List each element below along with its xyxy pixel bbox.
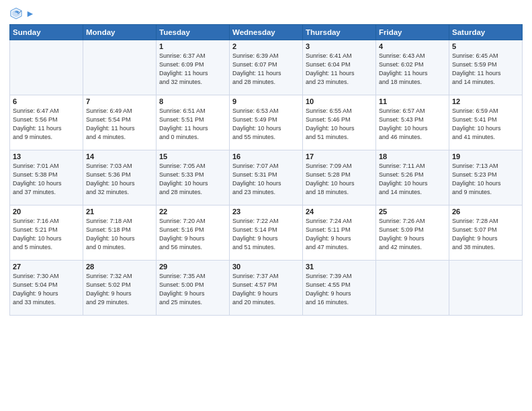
header-day-saturday: Saturday bbox=[449, 25, 523, 40]
day-info: Sunrise: 6:49 AM Sunset: 5:54 PM Dayligh… bbox=[86, 107, 153, 142]
calendar-cell: 25Sunrise: 7:26 AM Sunset: 5:09 PM Dayli… bbox=[376, 205, 449, 261]
calendar-cell: 4Sunrise: 6:43 AM Sunset: 6:02 PM Daylig… bbox=[376, 40, 449, 95]
day-number: 5 bbox=[452, 42, 519, 50]
day-info: Sunrise: 7:28 AM Sunset: 5:07 PM Dayligh… bbox=[452, 217, 519, 252]
day-number: 22 bbox=[159, 208, 226, 216]
day-info: Sunrise: 6:41 AM Sunset: 6:04 PM Dayligh… bbox=[306, 52, 373, 87]
day-info: Sunrise: 6:57 AM Sunset: 5:43 PM Dayligh… bbox=[379, 107, 446, 142]
day-info: Sunrise: 7:09 AM Sunset: 5:28 PM Dayligh… bbox=[306, 162, 373, 197]
day-number: 7 bbox=[86, 97, 153, 105]
calendar-cell: 16Sunrise: 7:07 AM Sunset: 5:31 PM Dayli… bbox=[230, 150, 303, 205]
day-info: Sunrise: 7:20 AM Sunset: 5:16 PM Dayligh… bbox=[159, 217, 226, 252]
day-number: 2 bbox=[232, 42, 300, 50]
calendar-cell: 7Sunrise: 6:49 AM Sunset: 5:54 PM Daylig… bbox=[83, 95, 157, 150]
day-info: Sunrise: 7:32 AM Sunset: 5:02 PM Dayligh… bbox=[86, 272, 153, 307]
calendar-body: 1Sunrise: 6:37 AM Sunset: 6:09 PM Daylig… bbox=[10, 40, 523, 316]
header-day-wednesday: Wednesday bbox=[230, 25, 303, 40]
logo-text-block: ► bbox=[26, 7, 35, 19]
calendar-cell: 5Sunrise: 6:45 AM Sunset: 5:59 PM Daylig… bbox=[449, 40, 523, 95]
day-info: Sunrise: 7:22 AM Sunset: 5:14 PM Dayligh… bbox=[232, 217, 300, 252]
calendar-cell: 20Sunrise: 7:16 AM Sunset: 5:21 PM Dayli… bbox=[10, 205, 83, 261]
calendar-cell: 17Sunrise: 7:09 AM Sunset: 5:28 PM Dayli… bbox=[303, 150, 376, 205]
day-number: 14 bbox=[86, 152, 153, 161]
calendar-cell: 8Sunrise: 6:51 AM Sunset: 5:51 PM Daylig… bbox=[157, 95, 230, 150]
header-day-thursday: Thursday bbox=[303, 25, 376, 40]
logo: ► bbox=[9, 7, 35, 20]
day-info: Sunrise: 7:35 AM Sunset: 5:00 PM Dayligh… bbox=[159, 272, 226, 307]
week-row-4: 20Sunrise: 7:16 AM Sunset: 5:21 PM Dayli… bbox=[10, 205, 523, 261]
day-info: Sunrise: 7:13 AM Sunset: 5:23 PM Dayligh… bbox=[452, 162, 519, 197]
calendar-cell: 26Sunrise: 7:28 AM Sunset: 5:07 PM Dayli… bbox=[449, 205, 523, 261]
day-number: 3 bbox=[306, 42, 373, 50]
calendar-cell bbox=[376, 261, 449, 316]
calendar-cell: 29Sunrise: 7:35 AM Sunset: 5:00 PM Dayli… bbox=[157, 261, 230, 316]
day-info: Sunrise: 7:16 AM Sunset: 5:21 PM Dayligh… bbox=[13, 217, 80, 252]
day-info: Sunrise: 7:39 AM Sunset: 4:55 PM Dayligh… bbox=[306, 272, 373, 307]
calendar-cell: 31Sunrise: 7:39 AM Sunset: 4:55 PM Dayli… bbox=[303, 261, 376, 316]
day-number: 10 bbox=[306, 97, 373, 105]
day-number: 24 bbox=[306, 208, 373, 216]
day-info: Sunrise: 6:59 AM Sunset: 5:41 PM Dayligh… bbox=[452, 107, 519, 142]
day-number: 27 bbox=[13, 263, 80, 271]
day-number: 17 bbox=[306, 152, 373, 161]
day-info: Sunrise: 7:26 AM Sunset: 5:09 PM Dayligh… bbox=[379, 217, 446, 252]
day-number: 18 bbox=[379, 152, 446, 161]
calendar-cell: 27Sunrise: 7:30 AM Sunset: 5:04 PM Dayli… bbox=[10, 261, 83, 316]
calendar-table: SundayMondayTuesdayWednesdayThursdayFrid… bbox=[9, 24, 523, 316]
day-info: Sunrise: 6:51 AM Sunset: 5:51 PM Dayligh… bbox=[159, 107, 226, 142]
day-info: Sunrise: 6:45 AM Sunset: 5:59 PM Dayligh… bbox=[452, 52, 519, 87]
day-number: 16 bbox=[232, 152, 300, 161]
calendar-cell: 1Sunrise: 6:37 AM Sunset: 6:09 PM Daylig… bbox=[157, 40, 230, 95]
day-number: 23 bbox=[232, 208, 300, 216]
day-number: 20 bbox=[13, 208, 80, 216]
day-number: 26 bbox=[452, 208, 519, 216]
main-container: ► SundayMondayTuesdayWednesdayThursdayFr… bbox=[0, 0, 532, 321]
day-number: 21 bbox=[86, 208, 153, 216]
calendar-cell: 21Sunrise: 7:18 AM Sunset: 5:18 PM Dayli… bbox=[83, 205, 157, 261]
header-row: ► bbox=[9, 7, 523, 20]
day-number: 29 bbox=[159, 263, 226, 271]
calendar-cell: 28Sunrise: 7:32 AM Sunset: 5:02 PM Dayli… bbox=[83, 261, 157, 316]
day-info: Sunrise: 6:55 AM Sunset: 5:46 PM Dayligh… bbox=[306, 107, 373, 142]
calendar-cell: 12Sunrise: 6:59 AM Sunset: 5:41 PM Dayli… bbox=[449, 95, 523, 150]
week-row-5: 27Sunrise: 7:30 AM Sunset: 5:04 PM Dayli… bbox=[10, 261, 523, 316]
header-day-sunday: Sunday bbox=[10, 25, 83, 40]
day-info: Sunrise: 7:18 AM Sunset: 5:18 PM Dayligh… bbox=[86, 217, 153, 252]
calendar-header: SundayMondayTuesdayWednesdayThursdayFrid… bbox=[10, 25, 523, 40]
day-info: Sunrise: 7:05 AM Sunset: 5:33 PM Dayligh… bbox=[159, 162, 226, 197]
day-info: Sunrise: 7:30 AM Sunset: 5:04 PM Dayligh… bbox=[13, 272, 80, 307]
day-number: 30 bbox=[232, 263, 300, 271]
calendar-cell: 30Sunrise: 7:37 AM Sunset: 4:57 PM Dayli… bbox=[230, 261, 303, 316]
calendar-cell: 23Sunrise: 7:22 AM Sunset: 5:14 PM Dayli… bbox=[230, 205, 303, 261]
calendar-cell: 2Sunrise: 6:39 AM Sunset: 6:07 PM Daylig… bbox=[230, 40, 303, 95]
day-number: 28 bbox=[86, 263, 153, 271]
header-day-tuesday: Tuesday bbox=[157, 25, 230, 40]
day-info: Sunrise: 6:53 AM Sunset: 5:49 PM Dayligh… bbox=[232, 107, 300, 142]
calendar-cell bbox=[83, 40, 157, 95]
calendar-cell bbox=[10, 40, 83, 95]
day-info: Sunrise: 6:39 AM Sunset: 6:07 PM Dayligh… bbox=[232, 52, 300, 87]
calendar-cell: 13Sunrise: 7:01 AM Sunset: 5:38 PM Dayli… bbox=[10, 150, 83, 205]
day-number: 4 bbox=[379, 42, 446, 50]
calendar-cell: 10Sunrise: 6:55 AM Sunset: 5:46 PM Dayli… bbox=[303, 95, 376, 150]
day-info: Sunrise: 7:11 AM Sunset: 5:26 PM Dayligh… bbox=[379, 162, 446, 197]
logo-arrow-icon: ► bbox=[26, 8, 35, 19]
day-number: 12 bbox=[452, 97, 519, 105]
logo-general: ► bbox=[26, 7, 35, 19]
day-number: 9 bbox=[232, 97, 300, 105]
calendar-cell: 6Sunrise: 6:47 AM Sunset: 5:56 PM Daylig… bbox=[10, 95, 83, 150]
week-row-1: 1Sunrise: 6:37 AM Sunset: 6:09 PM Daylig… bbox=[10, 40, 523, 95]
calendar-cell bbox=[449, 261, 523, 316]
day-number: 15 bbox=[159, 152, 226, 161]
day-number: 6 bbox=[13, 97, 80, 105]
day-info: Sunrise: 7:37 AM Sunset: 4:57 PM Dayligh… bbox=[232, 272, 300, 307]
day-number: 25 bbox=[379, 208, 446, 216]
day-info: Sunrise: 7:24 AM Sunset: 5:11 PM Dayligh… bbox=[306, 217, 373, 252]
day-info: Sunrise: 6:43 AM Sunset: 6:02 PM Dayligh… bbox=[379, 52, 446, 87]
logo-icon bbox=[9, 7, 23, 20]
week-row-2: 6Sunrise: 6:47 AM Sunset: 5:56 PM Daylig… bbox=[10, 95, 523, 150]
day-number: 8 bbox=[159, 97, 226, 105]
header-row-days: SundayMondayTuesdayWednesdayThursdayFrid… bbox=[10, 25, 523, 40]
calendar-cell: 3Sunrise: 6:41 AM Sunset: 6:04 PM Daylig… bbox=[303, 40, 376, 95]
calendar-cell: 11Sunrise: 6:57 AM Sunset: 5:43 PM Dayli… bbox=[376, 95, 449, 150]
